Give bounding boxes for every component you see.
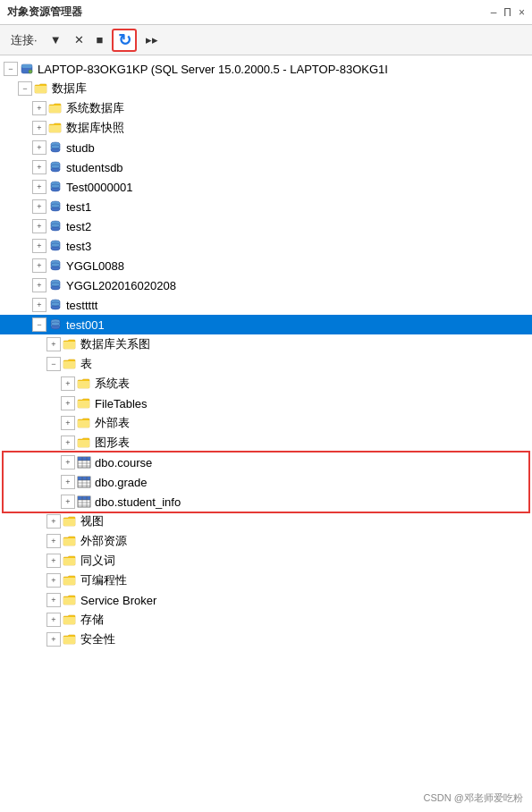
tree-item-externalres[interactable]: + 外部资源 — [0, 531, 532, 551]
tree-item-label-test1: test1 — [66, 200, 91, 214]
pin-button[interactable]: П — [503, 6, 511, 19]
expand-icon[interactable]: + — [32, 219, 46, 233]
expand-icon[interactable]: + — [46, 573, 61, 588]
expand-icon[interactable]: + — [46, 554, 61, 568]
tree-item-label-yggl202016020208: YGGL202016020208 — [66, 279, 176, 292]
tree-item-yggl0088[interactable]: + YGGL0088 — [0, 256, 532, 275]
expand-icon[interactable]: + — [61, 396, 75, 410]
expand-icon[interactable]: + — [32, 239, 46, 253]
expand-icon[interactable]: + — [46, 337, 61, 351]
expand-icon[interactable]: + — [61, 376, 75, 391]
folder-icon — [48, 121, 63, 135]
database-icon — [48, 317, 63, 332]
refresh-button[interactable]: ↻ — [112, 29, 137, 52]
tree-item-test2[interactable]: + test2 — [0, 216, 532, 236]
expand-icon[interactable]: + — [61, 416, 75, 430]
expand-icon[interactable]: + — [32, 180, 46, 194]
tree-item-testtttt[interactable]: + testtttt — [0, 295, 532, 315]
tree-item-test001[interactable]: − test001 — [0, 315, 532, 334]
tree-item-servicebroker[interactable]: + Service Broker — [0, 590, 532, 610]
filter-button[interactable]: ▼ — [46, 31, 65, 48]
tree-item-dbdiagram[interactable]: + 数据库关系图 — [0, 334, 532, 354]
tree-item-label-filetables: FileTables — [95, 397, 148, 410]
collapse-icon[interactable]: − — [46, 357, 61, 371]
expand-icon[interactable]: + — [32, 101, 46, 115]
svg-point-11 — [51, 168, 60, 172]
tree-item-programmability[interactable]: + 可编程性 — [0, 571, 532, 590]
expand-icon[interactable]: + — [32, 140, 46, 155]
window-controls[interactable]: – П × — [491, 6, 525, 19]
database-icon — [48, 160, 63, 174]
tree-item-label-studb: studb — [66, 141, 95, 155]
folder-icon — [63, 554, 77, 568]
expand-icon[interactable]: + — [46, 534, 61, 548]
tree-item-snapshots[interactable]: + 数据库快照 — [0, 118, 532, 138]
connect-button[interactable]: 连接· — [7, 30, 41, 50]
tree-item-test0000001[interactable]: + Test0000001 — [0, 177, 532, 197]
disconnect-button[interactable]: ✕ — [71, 31, 88, 48]
tree-item-dbo_student_info[interactable]: + dbo.student_info — [0, 492, 532, 512]
tree-item-label-tables: 表 — [80, 356, 92, 372]
expand-icon[interactable]: + — [46, 593, 61, 607]
expand-icon[interactable]: + — [32, 160, 46, 174]
tree-item-yggl202016020208[interactable]: + YGGL202016020208 — [0, 275, 532, 295]
tree-item-label-dbo_grade: dbo.grade — [95, 476, 148, 489]
tree-item-filetables[interactable]: + FileTables — [0, 393, 532, 413]
tree-item-server[interactable]: − LAPTOP-83OKG1KP (SQL Server 15.0.2000.… — [0, 59, 532, 79]
expand-icon[interactable]: + — [46, 613, 61, 627]
tree-item-synonyms[interactable]: + 同义词 — [0, 551, 532, 571]
expand-icon[interactable]: + — [61, 475, 75, 489]
tree-item-externaltables[interactable]: + 外部表 — [0, 413, 532, 433]
tree-item-security[interactable]: + 安全性 — [0, 630, 532, 649]
svg-point-59 — [51, 326, 60, 329]
tree-item-label-snapshots: 数据库快照 — [66, 120, 124, 136]
tree-panel[interactable]: − LAPTOP-83OKG1KP (SQL Server 15.0.2000.… — [0, 55, 532, 812]
expand-icon[interactable]: + — [61, 436, 75, 450]
tree-item-studb[interactable]: + studb — [0, 138, 532, 157]
tree-item-label-test0000001: Test0000001 — [66, 181, 132, 194]
collapse-icon[interactable]: − — [18, 81, 32, 96]
database-icon — [48, 219, 63, 233]
tree-item-tables[interactable]: − 表 — [0, 354, 532, 374]
collapse-icon[interactable]: − — [4, 62, 18, 76]
tree-item-label-testtttt: testtttt — [66, 299, 97, 312]
expand-icon[interactable]: + — [32, 121, 46, 135]
expand-icon[interactable]: + — [61, 455, 75, 469]
expand-icon[interactable]: + — [46, 632, 61, 647]
folder-icon — [63, 632, 77, 647]
tree-item-databases[interactable]: − 数据库 — [0, 79, 532, 98]
tree-item-dbo_course[interactable]: + dbo.course — [0, 453, 532, 472]
svg-point-2 — [29, 70, 32, 73]
folder-icon — [63, 534, 77, 548]
watermark: CSDN @邓老师爱吃粉 — [424, 791, 523, 805]
collapse-icon[interactable]: − — [32, 317, 46, 332]
expand-icon[interactable]: + — [61, 495, 75, 509]
more-button[interactable]: ▸▸ — [142, 31, 162, 48]
expand-icon[interactable]: + — [32, 258, 46, 273]
tree-item-systables[interactable]: + 系统表 — [0, 374, 532, 393]
tree-item-dbo_grade[interactable]: + dbo.grade — [0, 472, 532, 492]
disconnect-icon: ✕ — [74, 33, 84, 47]
tree-item-graphtables[interactable]: + 图形表 — [0, 433, 532, 453]
tree-item-studentsdb[interactable]: + studentsdb — [0, 157, 532, 177]
tree-item-label-sysdbs: 系统数据库 — [66, 100, 124, 116]
expand-icon[interactable]: + — [32, 298, 46, 312]
tree-item-sysdbs[interactable]: + 系统数据库 — [0, 98, 532, 118]
tree-item-label-databases: 数据库 — [52, 80, 87, 97]
close-button[interactable]: × — [519, 6, 525, 19]
stop-button[interactable]: ■ — [93, 31, 107, 48]
tree-item-test1[interactable]: + test1 — [0, 197, 532, 216]
expand-icon[interactable]: + — [32, 278, 46, 292]
more-icon: ▸▸ — [146, 33, 158, 47]
svg-point-17 — [51, 188, 60, 191]
table-icon — [77, 455, 91, 469]
tree-item-test3[interactable]: + test3 — [0, 236, 532, 256]
tree-item-storage[interactable]: + 存储 — [0, 610, 532, 630]
expand-icon[interactable]: + — [32, 199, 46, 214]
folder-icon — [34, 81, 48, 96]
tree-item-label-test3: test3 — [66, 240, 91, 253]
minimize-button[interactable]: – — [491, 6, 497, 19]
tree-item-views[interactable]: + 视图 — [0, 512, 532, 531]
table-icon — [77, 495, 91, 509]
expand-icon[interactable]: + — [46, 514, 61, 529]
